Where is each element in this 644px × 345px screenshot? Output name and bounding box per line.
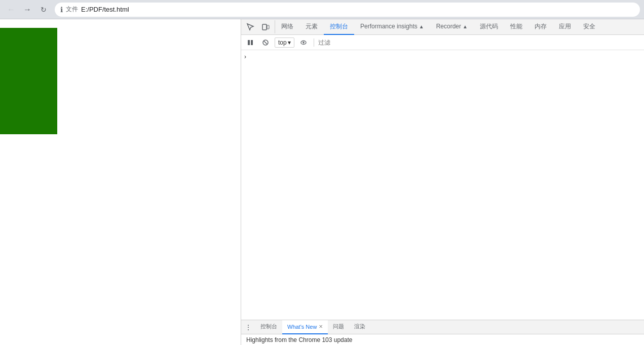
console-play-button[interactable] <box>244 36 256 49</box>
tab-network[interactable]: 网络 <box>275 19 299 35</box>
context-label: top <box>278 39 287 46</box>
address-text: E:/PDF/test.html <box>81 6 634 13</box>
whats-new-close-button[interactable]: ✕ <box>319 324 323 329</box>
tab-security[interactable]: 安全 <box>577 19 601 35</box>
bottom-panel: ⋮ 控制台 What's New ✕ 问题 渲染 Highlights from… <box>241 320 644 345</box>
svg-rect-2 <box>248 40 250 45</box>
back-button[interactable]: ← <box>4 3 18 17</box>
bottom-menu-button[interactable]: ⋮ <box>241 320 255 334</box>
svg-rect-3 <box>251 40 253 45</box>
eye-button[interactable] <box>297 36 310 49</box>
reload-button[interactable]: ↻ <box>36 3 51 17</box>
bottom-tab-rendering[interactable]: 渲染 <box>349 320 370 334</box>
bottom-tab-issues[interactable]: 问题 <box>328 320 349 334</box>
page-content <box>0 19 241 345</box>
filter-divider <box>314 39 314 47</box>
bottom-tabs: ⋮ 控制台 What's New ✕ 问题 渲染 <box>241 320 644 334</box>
main-layout: 网络 元素 控制台 Performance insights ▲ Recorde… <box>0 19 644 345</box>
whats-new-label: What's New <box>287 324 317 330</box>
toolbar-icons <box>241 20 275 33</box>
tab-recorder[interactable]: Recorder ▲ <box>430 19 474 35</box>
performance-insights-badge: ▲ <box>419 24 424 29</box>
bottom-tab-whats-new[interactable]: What's New ✕ <box>282 320 328 334</box>
bottom-content: Highlights from the Chrome 103 update <box>241 334 644 345</box>
tab-console[interactable]: 控制台 <box>324 19 354 35</box>
browser-chrome: ← → ↻ ℹ 文件 E:/PDF/test.html <box>0 0 644 19</box>
console-toolbar: top ▾ <box>241 35 644 50</box>
svg-point-7 <box>302 42 305 44</box>
svg-rect-0 <box>262 24 267 30</box>
devtools-tabs: 网络 元素 控制台 Performance insights ▲ Recorde… <box>275 19 601 35</box>
svg-rect-1 <box>267 25 269 29</box>
dropdown-icon: ▾ <box>288 39 291 46</box>
devtools-panel: 网络 元素 控制台 Performance insights ▲ Recorde… <box>241 19 644 345</box>
console-prompt-arrow: › <box>244 53 246 60</box>
svg-line-5 <box>264 41 268 44</box>
address-bar[interactable]: ℹ 文件 E:/PDF/test.html <box>55 3 640 17</box>
console-content: › <box>241 50 644 320</box>
tab-performance-insights[interactable]: Performance insights ▲ <box>354 19 430 35</box>
devtools-toolbar: 网络 元素 控制台 Performance insights ▲ Recorde… <box>241 19 644 35</box>
nav-buttons: ← → ↻ <box>4 3 51 17</box>
green-rectangle <box>0 28 57 134</box>
bottom-tab-console[interactable]: 控制台 <box>255 320 282 334</box>
tab-memory[interactable]: 内存 <box>528 19 553 35</box>
info-icon: ℹ <box>60 6 63 14</box>
tab-elements[interactable]: 元素 <box>299 19 324 35</box>
file-label: 文件 <box>66 5 78 14</box>
tab-application[interactable]: 应用 <box>553 19 577 35</box>
context-selector[interactable]: top ▾ <box>275 37 294 48</box>
inspect-element-button[interactable] <box>243 20 257 33</box>
forward-button[interactable]: → <box>20 3 34 17</box>
device-toggle-button[interactable] <box>258 20 273 33</box>
recorder-badge: ▲ <box>463 24 468 29</box>
highlights-text: Highlights from the Chrome 103 update <box>246 336 352 343</box>
console-clear-button[interactable] <box>259 36 272 49</box>
filter-input[interactable] <box>318 39 359 46</box>
tab-sources[interactable]: 源代码 <box>474 19 504 35</box>
tab-performance[interactable]: 性能 <box>504 19 528 35</box>
